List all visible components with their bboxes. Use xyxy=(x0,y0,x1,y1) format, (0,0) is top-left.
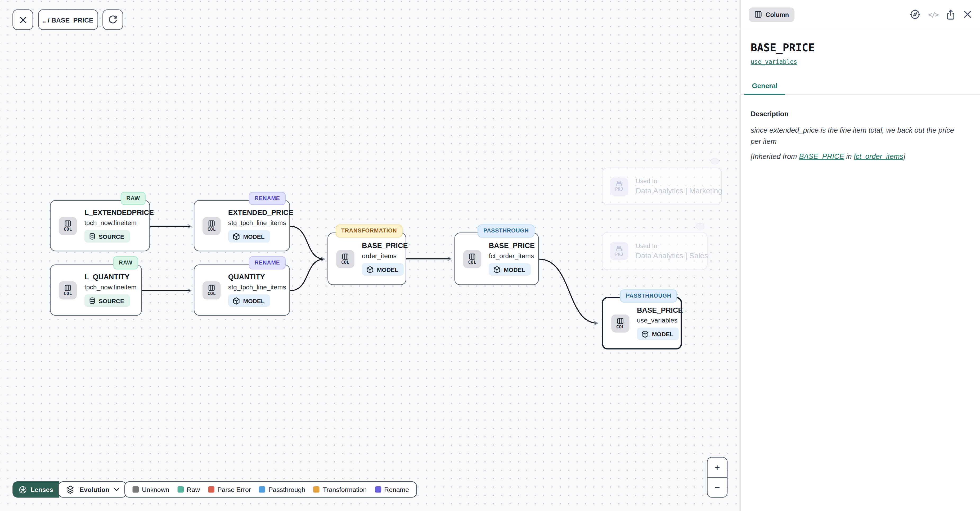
node-base-price-fct-order-items[interactable]: PASSTHROUGH COL BASE_PRICE fct_order_ite… xyxy=(455,232,539,285)
refresh-button[interactable] xyxy=(102,9,123,30)
column-chip-label: COL xyxy=(208,291,216,296)
database-icon xyxy=(89,232,95,240)
inherited-suffix: ] xyxy=(903,153,905,160)
legend-swatch xyxy=(177,486,184,493)
layers-icon xyxy=(66,485,75,494)
node-extended-price[interactable]: RENAME COL EXTENDED_PRICE stg_tpch_line_… xyxy=(194,200,290,252)
legend-swatch xyxy=(313,486,320,493)
details-panel-header: Column </> xyxy=(741,0,980,29)
column-icon xyxy=(64,284,71,291)
ghost-node-title: Data Analytics | Sales xyxy=(636,251,708,260)
node-base-price-use-variables[interactable]: PASSTHROUGH COL BASE_PRICE use_variables… xyxy=(602,297,682,350)
node-subtitle: fct_order_items xyxy=(489,252,534,259)
node-subtitle: tpch_now.lineitem xyxy=(84,283,137,291)
entity-type-badge: Column xyxy=(749,7,795,21)
share-button[interactable] xyxy=(946,9,956,19)
node-title: QUANTITY xyxy=(228,273,265,282)
model-cube-icon xyxy=(232,232,240,240)
column-chip-label: COL xyxy=(468,260,476,265)
lens-badge-passthrough: PASSTHROUGH xyxy=(620,290,677,302)
node-l-extendedprice[interactable]: RAW COL L_EXTENDEDPRICE tpch_now.lineite… xyxy=(50,200,150,252)
model-cube-icon xyxy=(641,330,649,338)
node-title: L_QUANTITY xyxy=(84,273,129,282)
kind-badge-model: MODEL xyxy=(489,263,531,275)
close-lineage-button[interactable] xyxy=(13,9,33,30)
lens-badge-raw: RAW xyxy=(121,192,146,205)
description-text: since extended_price is the line item to… xyxy=(751,125,964,147)
view-code-button[interactable]: </> xyxy=(928,11,938,18)
panel-tabs: General xyxy=(741,77,980,95)
kind-badge-label: MODEL xyxy=(504,266,525,273)
column-icon xyxy=(617,317,624,324)
legend-label: Rename xyxy=(384,486,409,493)
description-section: Description since extended_price is the … xyxy=(741,110,980,162)
inherited-column-link[interactable]: BASE_PRICE xyxy=(799,153,844,160)
node-subtitle: use_variables xyxy=(637,317,678,324)
entity-type-label: Column xyxy=(765,11,789,18)
kind-badge-model: MODEL xyxy=(228,230,270,242)
legend-swatch xyxy=(375,486,381,493)
model-cube-icon xyxy=(493,265,501,274)
aperture-icon xyxy=(19,486,27,493)
column-chip-label: COL xyxy=(64,291,72,296)
column-chip-label: COL xyxy=(616,325,624,330)
kind-badge-label: MODEL xyxy=(243,297,264,304)
legend-swatch xyxy=(259,486,266,493)
edge-fctorderitems-usevariables xyxy=(539,259,598,323)
lens-legend: Unknown Raw Parse Error Passthrough Tran… xyxy=(124,481,417,498)
refresh-icon xyxy=(108,15,117,24)
lens-badge-rename: RENAME xyxy=(249,192,286,205)
chevron-down-icon xyxy=(114,488,119,492)
edge-extendedprice-baseprice xyxy=(290,226,325,259)
compass-icon xyxy=(909,9,921,20)
project-chip: PRJ xyxy=(610,177,628,195)
description-heading: Description xyxy=(751,110,970,118)
app-root: PRJ Used In Data Analytics | Marketing P… xyxy=(0,0,980,511)
column-chip-label: COL xyxy=(341,260,350,265)
node-title: BASE_PRICE xyxy=(637,306,683,315)
column-name-title: BASE_PRICE xyxy=(751,43,970,53)
column-icon xyxy=(469,253,476,260)
ghost-node-used-in-sales: PRJ Used In Data Analytics | Sales xyxy=(602,232,708,270)
column-icon xyxy=(208,284,215,291)
zoom-in-button[interactable]: + xyxy=(708,457,727,477)
project-chip-label: PRJ xyxy=(615,252,623,257)
zoom-out-button[interactable]: − xyxy=(708,477,727,497)
model-cube-icon xyxy=(366,265,374,274)
node-quantity[interactable]: RENAME COL QUANTITY stg_tpch_line_items … xyxy=(194,264,290,316)
legend-label: Raw xyxy=(187,486,200,493)
column-chip: COL xyxy=(59,216,77,235)
column-icon xyxy=(754,11,762,18)
column-chip-label: COL xyxy=(208,227,216,232)
kind-badge-label: SOURCE xyxy=(99,233,124,240)
column-chip: COL xyxy=(463,250,481,268)
close-panel-button[interactable] xyxy=(963,10,972,19)
evolution-dropdown[interactable]: Evolution xyxy=(58,481,127,498)
legend-item-rename: Rename xyxy=(375,486,409,493)
column-chip: COL xyxy=(611,314,629,332)
legend-item-unknown: Unknown xyxy=(133,486,169,493)
explore-lineage-button[interactable] xyxy=(909,9,921,20)
node-subtitle: order_items xyxy=(362,252,396,259)
column-chip: COL xyxy=(202,281,221,299)
lenses-control-group: Lenses Evolution xyxy=(13,481,127,498)
node-l-quantity[interactable]: RAW COL L_QUANTITY tpch_now.lineitem SOU… xyxy=(50,264,142,316)
inherited-model-link[interactable]: fct_order_items xyxy=(854,153,903,160)
tab-general[interactable]: General xyxy=(745,77,785,95)
node-base-price-order-items[interactable]: TRANSFORMATION COL BASE_PRICE order_item… xyxy=(328,232,406,285)
kind-badge-source: SOURCE xyxy=(84,295,130,307)
close-icon xyxy=(963,10,972,19)
column-icon xyxy=(208,220,215,227)
inherited-prefix: [Inherited from xyxy=(751,153,799,160)
model-cube-icon xyxy=(232,296,240,305)
legend-label: Transformation xyxy=(323,486,367,493)
model-link[interactable]: use_variables xyxy=(751,58,797,65)
lens-badge-rename: RENAME xyxy=(249,256,286,269)
lenses-button[interactable]: Lenses xyxy=(13,481,60,498)
node-title: L_EXTENDEDPRICE xyxy=(84,209,154,217)
kind-badge-source: SOURCE xyxy=(84,230,130,242)
inherited-note: [Inherited from BASE_PRICE in fct_order_… xyxy=(751,151,970,162)
node-subtitle: stg_tpch_line_items xyxy=(228,219,286,226)
breadcrumb[interactable]: .. / BASE_PRICE xyxy=(38,9,98,30)
node-subtitle: tpch_now.lineitem xyxy=(84,219,137,226)
